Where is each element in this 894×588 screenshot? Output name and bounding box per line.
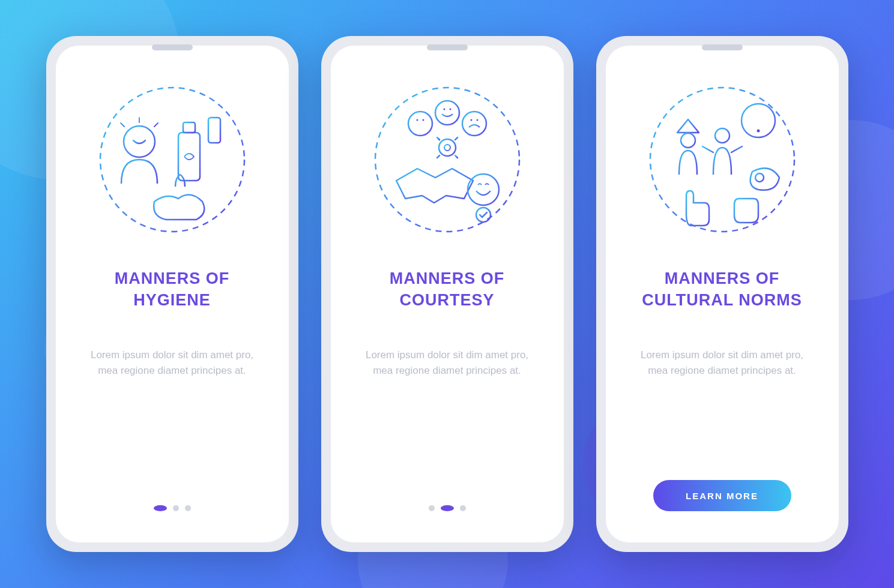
phone-screen: MANNERS OF HYGIENE Lorem ipsum dolor sit… xyxy=(56,46,289,542)
phone-notch xyxy=(702,44,743,50)
svg-point-0 xyxy=(100,88,244,232)
svg-line-27 xyxy=(437,137,439,140)
phone-notch xyxy=(427,44,468,50)
page-dot-2[interactable] xyxy=(441,505,454,511)
slide-body: Lorem ipsum dolor sit dim amet pro, mea … xyxy=(624,347,821,480)
svg-point-16 xyxy=(443,109,445,110)
svg-point-39 xyxy=(755,173,764,182)
svg-point-21 xyxy=(439,139,456,156)
page-dot-3[interactable] xyxy=(460,505,466,511)
svg-point-32 xyxy=(476,208,491,222)
svg-line-29 xyxy=(455,137,458,140)
svg-point-14 xyxy=(422,119,424,121)
cultural-icon xyxy=(638,76,806,244)
svg-line-30 xyxy=(437,155,439,158)
svg-point-22 xyxy=(444,145,450,151)
svg-line-28 xyxy=(455,155,458,158)
phone-frame-courtesy: MANNERS OF COURTESY Lorem ipsum dolor si… xyxy=(321,36,573,552)
page-dot-3[interactable] xyxy=(185,505,191,511)
svg-point-1 xyxy=(124,126,155,157)
svg-point-38 xyxy=(715,128,729,143)
svg-point-37 xyxy=(681,133,695,148)
phone-row: MANNERS OF HYGIENE Lorem ipsum dolor sit… xyxy=(46,36,848,552)
svg-point-31 xyxy=(468,174,499,205)
slide-title: MANNERS OF HYGIENE xyxy=(74,268,271,311)
svg-point-18 xyxy=(462,112,486,136)
phone-screen: MANNERS OF CULTURAL NORMS Lorem ipsum do… xyxy=(606,46,839,542)
slide-body: Lorem ipsum dolor sit dim amet pro, mea … xyxy=(74,347,271,505)
svg-point-33 xyxy=(650,88,794,232)
phone-frame-cultural: MANNERS OF CULTURAL NORMS Lorem ipsum do… xyxy=(596,36,848,552)
svg-point-17 xyxy=(449,109,451,110)
svg-point-36 xyxy=(757,130,760,133)
page-dot-2[interactable] xyxy=(173,505,179,511)
pagination-dots xyxy=(154,505,191,511)
svg-point-15 xyxy=(435,101,459,125)
svg-point-13 xyxy=(416,119,418,121)
pagination-dots xyxy=(429,505,466,511)
slide-body: Lorem ipsum dolor sit dim amet pro, mea … xyxy=(349,347,546,505)
svg-rect-3 xyxy=(183,122,195,133)
learn-more-button[interactable]: LEARN MORE xyxy=(653,480,791,511)
courtesy-icon xyxy=(363,76,531,244)
hygiene-icon xyxy=(88,76,256,244)
svg-point-11 xyxy=(408,112,432,136)
page-dot-1[interactable] xyxy=(429,505,435,511)
svg-rect-2 xyxy=(178,133,200,181)
svg-point-20 xyxy=(476,119,478,121)
slide-title: MANNERS OF COURTESY xyxy=(349,268,546,311)
phone-frame-hygiene: MANNERS OF HYGIENE Lorem ipsum dolor sit… xyxy=(46,36,298,552)
slide-title: MANNERS OF CULTURAL NORMS xyxy=(624,268,821,311)
page-dot-1[interactable] xyxy=(154,505,167,511)
phone-screen: MANNERS OF COURTESY Lorem ipsum dolor si… xyxy=(331,46,564,542)
svg-point-19 xyxy=(470,119,472,121)
phone-notch xyxy=(152,44,193,50)
